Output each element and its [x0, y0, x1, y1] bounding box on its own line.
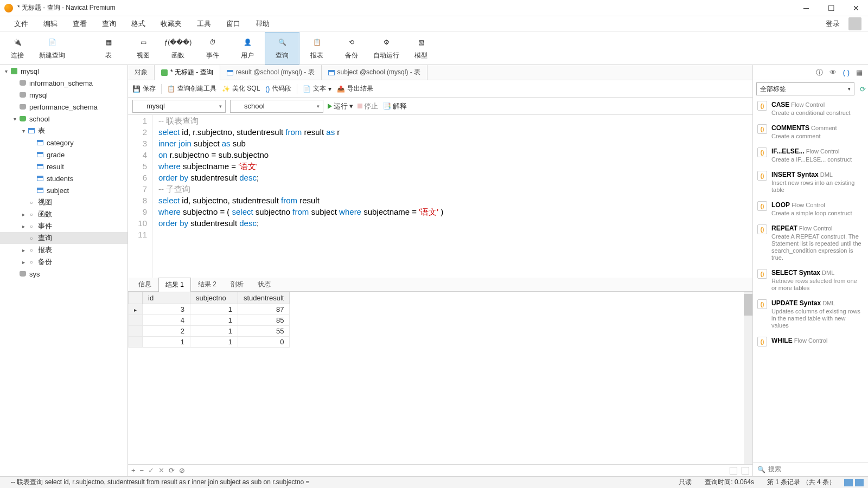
tree-item[interactable]: ▫查询: [0, 232, 127, 244]
tree-item[interactable]: ▫视图: [0, 196, 127, 208]
tree-item[interactable]: students: [0, 172, 127, 184]
tree-item[interactable]: ▸▫报表: [0, 244, 127, 256]
close-button[interactable]: ✕: [848, 4, 864, 12]
result-tab[interactable]: 结果 2: [191, 277, 224, 291]
snippet-search[interactable]: 🔍 搜索: [753, 462, 868, 476]
result-tab[interactable]: 剖析: [224, 277, 251, 291]
result-tab[interactable]: 状态: [251, 277, 278, 291]
tree-item[interactable]: ▸▫事件: [0, 220, 127, 232]
grid-icon[interactable]: ▦: [856, 68, 863, 76]
snippet-item[interactable]: () UPDATE SyntaxDML Updates columns of e…: [753, 296, 868, 333]
toolbar-user[interactable]: 👤用户: [230, 32, 265, 65]
tree-item[interactable]: grade: [0, 149, 127, 160]
vertical-scrollbar[interactable]: [744, 292, 752, 464]
toolbar-fx[interactable]: ƒ(���)函数: [161, 32, 195, 65]
table-row[interactable]: 3187: [129, 304, 290, 315]
beautify-sql-button[interactable]: ✨ 美化 SQL: [222, 84, 260, 93]
save-button[interactable]: 💾 保存: [132, 84, 156, 93]
form-view-icon[interactable]: [742, 467, 749, 474]
tree-item[interactable]: information_schema: [0, 77, 127, 89]
toolbar-report[interactable]: 📋报表: [299, 32, 334, 65]
refresh-button[interactable]: ⟳: [169, 466, 175, 474]
document-tab[interactable]: result @school (mysql) - 表: [220, 65, 322, 80]
menu-item[interactable]: 文件: [7, 16, 36, 31]
add-row-button[interactable]: +: [131, 466, 136, 474]
table-row[interactable]: 4185: [129, 315, 290, 326]
cancel-button[interactable]: ✕: [158, 466, 164, 474]
column-header[interactable]: subjectno: [190, 292, 238, 304]
snippet-list[interactable]: () CASEFlow Control Create a conditional…: [753, 98, 868, 462]
toolbar-table[interactable]: ▦表: [91, 32, 126, 65]
menu-item[interactable]: 查看: [65, 16, 94, 31]
snippet-item[interactable]: () INSERT SyntaxDML Insert new rows into…: [753, 168, 868, 198]
sql-editor[interactable]: 1234567891011 -- 联表查询select id, r.subjec…: [128, 115, 752, 278]
document-tab[interactable]: 对象: [128, 65, 155, 80]
stop-button[interactable]: 停止: [358, 101, 378, 111]
toolbar-query[interactable]: 🔍查询: [265, 32, 299, 65]
tree-item[interactable]: subject: [0, 184, 127, 196]
refresh-snippets-icon[interactable]: ⟳: [860, 85, 866, 93]
menu-item[interactable]: 编辑: [36, 16, 65, 31]
eye-icon[interactable]: 👁: [829, 68, 837, 76]
statusbar-panel-left-icon[interactable]: [844, 479, 853, 486]
toolbar-view[interactable]: ▭视图: [126, 32, 161, 65]
tree-item[interactable]: ▾school: [0, 113, 127, 125]
tag-filter-dropdown[interactable]: 全部标签▾: [756, 82, 854, 95]
menu-item[interactable]: 窗口: [219, 16, 248, 31]
menu-item[interactable]: 收藏夹: [153, 16, 189, 31]
snippet-item[interactable]: () SELECT SyntaxDML Retrieve rows select…: [753, 266, 868, 296]
avatar-icon[interactable]: [848, 17, 861, 30]
column-header[interactable]: id: [143, 292, 190, 304]
snippet-item[interactable]: () COMMENTSComment Create a comment: [753, 121, 868, 144]
tree-item[interactable]: result: [0, 160, 127, 172]
delete-row-button[interactable]: −: [140, 466, 144, 474]
apply-button[interactable]: ✓: [148, 466, 154, 474]
maximize-button[interactable]: ☐: [824, 4, 839, 12]
snippet-item[interactable]: () CASEFlow Control Create a conditional…: [753, 98, 868, 121]
table-row[interactable]: 2155: [129, 326, 290, 337]
snippet-item[interactable]: () IF...ELSE...Flow Control Create a IF.…: [753, 144, 868, 168]
snippet-item[interactable]: () LOOPFlow Control Create a simple loop…: [753, 198, 868, 221]
document-tab[interactable]: subject @school (mysql) - 表: [322, 65, 428, 80]
tree-item[interactable]: performance_schema: [0, 101, 127, 113]
column-header[interactable]: studentresult: [238, 292, 290, 304]
toolbar-model[interactable]: ▧模型: [404, 32, 438, 65]
result-tab[interactable]: 结果 1: [158, 278, 191, 292]
tree-item[interactable]: ▸▫备份: [0, 256, 127, 268]
toolbar-auto[interactable]: ⚙自动运行: [369, 32, 404, 65]
run-button[interactable]: 运行 ▾: [328, 101, 353, 111]
tree-item[interactable]: mysql: [0, 89, 127, 101]
result-grid[interactable]: idsubjectnostudentresult318741852155110: [128, 292, 290, 348]
toolbar-clock[interactable]: ⏱事件: [195, 32, 230, 65]
snippet-item[interactable]: () WHILEFlow Control: [753, 333, 868, 350]
tree-item[interactable]: ▸▫函数: [0, 208, 127, 220]
table-row[interactable]: 110: [129, 337, 290, 348]
minimize-button[interactable]: ─: [799, 4, 814, 12]
code-snippet-button[interactable]: () 代码段: [265, 84, 291, 93]
tree-item[interactable]: ▾表: [0, 125, 127, 137]
tree-item[interactable]: sys: [0, 268, 127, 280]
code-content[interactable]: -- 联表查询select id, r.subjectno, studentre…: [153, 115, 443, 278]
text-button[interactable]: 📄 文本 ▾: [303, 84, 331, 93]
connection-tree[interactable]: ▾mysqlinformation_schemamysqlperformance…: [0, 65, 128, 476]
export-result-button[interactable]: 📤 导出结果: [337, 84, 373, 93]
toolbar-backup[interactable]: ⟲备份: [334, 32, 369, 65]
menu-item[interactable]: 帮助: [248, 16, 277, 31]
info-icon[interactable]: ⓘ: [816, 68, 823, 78]
menu-item[interactable]: 工具: [189, 16, 219, 31]
braces-icon[interactable]: ( ): [843, 68, 850, 76]
toolbar-plug[interactable]: 🔌连接: [0, 32, 35, 65]
grid-view-icon[interactable]: [730, 467, 737, 474]
snippet-item[interactable]: () REPEATFlow Control Create A REPEAT co…: [753, 221, 868, 266]
tree-item[interactable]: ▾mysql: [0, 65, 127, 77]
result-tab[interactable]: 信息: [131, 277, 158, 291]
explain-button[interactable]: 📑 解释: [382, 101, 407, 111]
connection-dropdown[interactable]: mysql▾: [132, 100, 226, 113]
query-builder-button[interactable]: 📋 查询创建工具: [167, 84, 216, 93]
document-tab[interactable]: * 无标题 - 查询: [155, 65, 220, 80]
login-button[interactable]: 登录: [820, 19, 845, 29]
statusbar-panel-right-icon[interactable]: [855, 479, 864, 486]
tree-item[interactable]: category: [0, 137, 127, 149]
menu-item[interactable]: 查询: [94, 16, 124, 31]
menu-item[interactable]: 格式: [124, 16, 153, 31]
